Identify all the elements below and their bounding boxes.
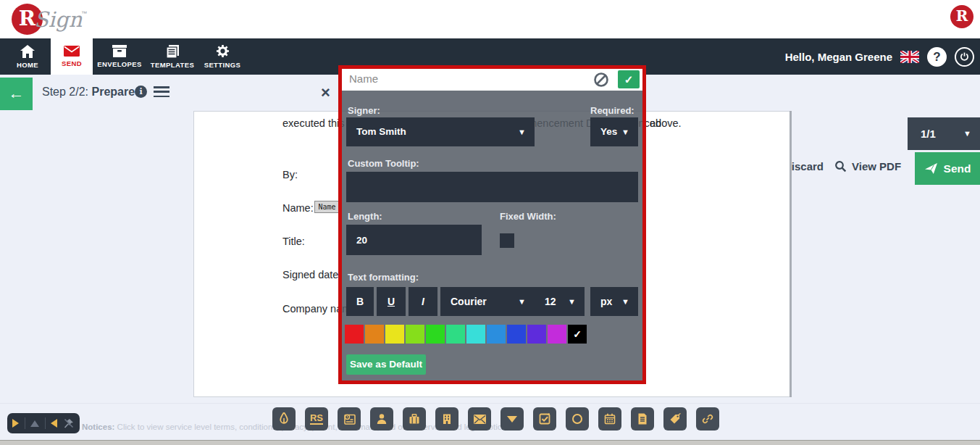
color-swatch[interactable]: [385, 325, 404, 344]
page-selector[interactable]: 1/1 ▼: [908, 117, 980, 150]
r-badge-logo: R: [950, 5, 973, 28]
chevron-down-icon: ▼: [518, 287, 526, 316]
signature-pen-tool[interactable]: [272, 407, 296, 431]
up-icon[interactable]: [30, 420, 39, 427]
color-swatch[interactable]: [548, 325, 566, 344]
nav-tabs: HOME SEND ENVELOPES TEMPLATES SETTINGS: [4, 38, 246, 75]
color-swatch[interactable]: [466, 325, 485, 344]
close-icon[interactable]: ×: [321, 83, 330, 102]
tab-templates[interactable]: TEMPLATES: [146, 38, 198, 75]
required-select[interactable]: Yes ▼: [590, 117, 638, 146]
dropdown-tool[interactable]: [501, 407, 524, 431]
send-button[interactable]: Send: [915, 152, 980, 185]
chevron-down-icon: ▼: [518, 117, 526, 146]
info-icon[interactable]: i: [135, 86, 147, 98]
color-swatch[interactable]: [365, 325, 384, 344]
fixed-width-label: Fixed Width:: [500, 211, 556, 222]
field-list-icon[interactable]: [154, 86, 169, 98]
cancel-block-icon[interactable]: [593, 72, 609, 88]
tab-settings[interactable]: SETTINGS: [198, 38, 246, 75]
italic-button[interactable]: I: [409, 287, 437, 316]
color-swatch[interactable]: [345, 325, 364, 344]
chevron-down-icon: ▼: [621, 117, 629, 146]
back-button[interactable]: ←: [0, 78, 33, 110]
field-label-name: Name:: [282, 202, 314, 214]
color-swatch-selected[interactable]: ✓: [568, 325, 587, 344]
view-pdf-button[interactable]: View PDF: [834, 160, 901, 172]
field-label-by: By:: [282, 169, 298, 180]
placed-name-field[interactable]: Name: [314, 201, 340, 213]
font-size-select[interactable]: 12 ▼: [535, 287, 585, 316]
color-swatch[interactable]: [426, 325, 445, 344]
paper-plane-icon: [924, 162, 938, 175]
underline-button[interactable]: U: [377, 287, 406, 316]
forward-icon[interactable]: [12, 419, 19, 428]
unpin-icon[interactable]: [63, 417, 75, 429]
text-formatting-label: Text formatting:: [348, 272, 419, 283]
font-select[interactable]: Courier ▼: [440, 287, 535, 316]
page-nav-controls: [7, 413, 80, 433]
signer-select[interactable]: Tom Smith ▼: [346, 117, 535, 146]
color-swatch[interactable]: [446, 325, 465, 344]
confirm-button[interactable]: ✓: [618, 70, 640, 88]
vertical-scrollbar[interactable]: [790, 111, 792, 397]
custom-tooltip-input[interactable]: [346, 172, 638, 202]
note-text-tool[interactable]: [631, 407, 654, 431]
name-person-tool[interactable]: [370, 407, 393, 431]
tab-send[interactable]: SEND: [51, 38, 93, 75]
title-briefcase-tool[interactable]: [403, 407, 426, 431]
fixed-width-checkbox[interactable]: [500, 233, 514, 248]
field-label-title: Title:: [282, 236, 305, 247]
color-swatch[interactable]: [527, 325, 546, 344]
rsign-logo-script: Sign: [34, 7, 82, 32]
horizontal-scrollbar[interactable]: [0, 440, 980, 445]
dropdown-triangle-icon: [507, 416, 517, 423]
modal-title: Name: [349, 72, 378, 85]
top-brand-bar: R Sign ™ R: [0, 0, 980, 38]
color-swatch[interactable]: [507, 325, 526, 344]
contract-line-start: executed this: [282, 117, 344, 129]
rsign-app: R Sign ™ R HOME SEND ENVELOPES TEMPLATES: [0, 0, 980, 445]
length-input[interactable]: [346, 225, 482, 255]
initials-tool[interactable]: RS: [305, 407, 328, 431]
email-tool[interactable]: [468, 407, 491, 431]
signer-label: Signer:: [348, 105, 380, 116]
radio-button-tool[interactable]: [566, 407, 589, 431]
hyperlink-tool[interactable]: [696, 407, 719, 431]
logout-button[interactable]: [955, 47, 974, 67]
language-flag-icon[interactable]: [900, 51, 919, 63]
color-swatch[interactable]: [487, 325, 506, 344]
length-label: Length:: [348, 211, 382, 222]
field-label-signed-date: Signed date:: [282, 269, 341, 280]
trademark-symbol: ™: [81, 10, 87, 17]
calendar-tool[interactable]: [598, 407, 621, 431]
company-building-tool[interactable]: [435, 407, 458, 431]
tab-home[interactable]: HOME: [4, 38, 51, 75]
back-icon[interactable]: [51, 419, 57, 428]
color-swatch[interactable]: [406, 325, 424, 344]
chevron-down-icon: ▼: [621, 287, 629, 316]
magnifier-icon: [834, 160, 847, 172]
modal-header: Name ✓: [342, 69, 642, 91]
help-button[interactable]: ?: [927, 47, 947, 67]
power-icon: [960, 51, 969, 62]
chevron-down-icon: ▼: [963, 117, 971, 150]
envelopes-box-icon: [112, 45, 127, 57]
tab-envelopes[interactable]: ENVELOPES: [93, 38, 146, 75]
bold-button[interactable]: B: [346, 287, 374, 316]
field-properties-modal: Name ✓ Signer: Tom Smith ▼ Required: Yes…: [338, 65, 646, 384]
contract-line-end: above.: [650, 117, 682, 129]
envelope-icon: [64, 46, 80, 57]
user-greeting: Hello, Megan Greene: [785, 51, 892, 63]
chevron-down-icon: ▼: [568, 287, 576, 316]
label-tag-tool[interactable]: [663, 407, 687, 431]
save-as-default-button[interactable]: Save as Default: [346, 354, 426, 375]
gear-icon: [216, 44, 230, 58]
step-indicator: Step 2/2: Prepare: [42, 86, 135, 99]
date-stamp-tool[interactable]: [338, 407, 361, 431]
templates-icon: [166, 45, 180, 58]
required-label: Required:: [590, 105, 635, 116]
checkbox-tool[interactable]: [533, 407, 556, 431]
nav-right-cluster: Hello, Megan Greene ?: [785, 38, 974, 75]
unit-select[interactable]: px ▼: [590, 287, 638, 316]
